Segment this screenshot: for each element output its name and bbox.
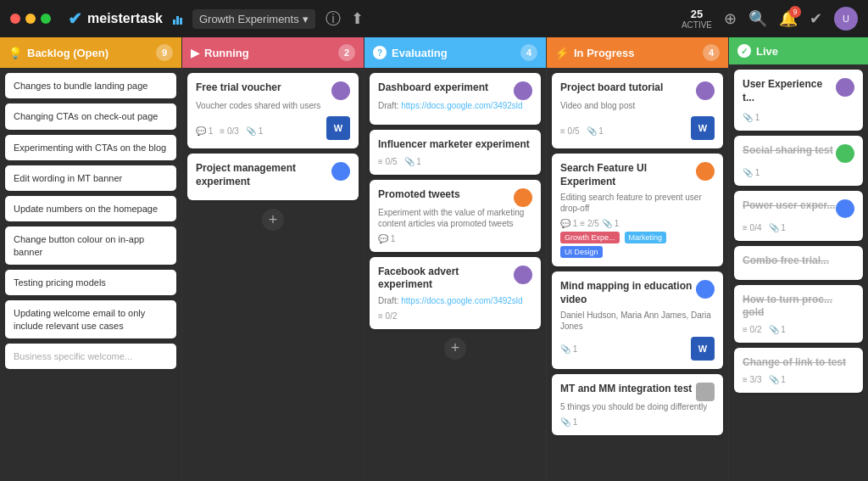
project-selector[interactable]: Growth Experiments ▾ bbox=[192, 9, 315, 29]
clip-icon: 📎 1 bbox=[560, 344, 577, 354]
avatar bbox=[514, 188, 532, 207]
titlebar-right: 25 ACTIVE ⊕ 🔍 🔔 9 ✔ U bbox=[682, 7, 858, 31]
list-item[interactable]: Testing pricing models bbox=[5, 270, 176, 295]
table-row[interactable]: Change of link to test ≡ 3/3 📎 1 bbox=[734, 348, 863, 393]
running-cards: Free trial voucher Voucher codes shared … bbox=[182, 68, 364, 481]
table-row[interactable]: How to turn proc... gold ≡ 0/2 📎 1 bbox=[734, 285, 863, 343]
add-card-button[interactable]: + bbox=[444, 338, 466, 360]
avatar bbox=[331, 162, 350, 181]
column-header-live: ✓ Live bbox=[729, 37, 868, 64]
avatar bbox=[836, 78, 854, 97]
add-card-button[interactable]: + bbox=[262, 209, 284, 231]
tag-uidesign: UI Design bbox=[560, 246, 603, 258]
card-link[interactable]: https://docs.google.com/3492sld bbox=[401, 296, 522, 305]
task-icon: ≡ 0/4 bbox=[743, 223, 762, 232]
evaluating-icon: ? bbox=[373, 46, 387, 59]
running-count: 2 bbox=[338, 44, 355, 61]
table-row[interactable]: Mind mapping in education video Daniel H… bbox=[552, 271, 723, 369]
list-item[interactable]: Experimenting with CTAs on the blog bbox=[5, 135, 176, 160]
clip-icon: 📎 1 bbox=[769, 325, 786, 334]
list-item[interactable]: Edit wording in MT banner bbox=[5, 165, 176, 191]
live-label: Live bbox=[756, 45, 778, 58]
clip-icon: 📎 1 bbox=[587, 126, 604, 136]
add-icon[interactable]: ⊕ bbox=[724, 9, 737, 28]
task-icon: ≡ 0/2 bbox=[378, 311, 398, 321]
logo-text: meistertask bbox=[87, 11, 163, 26]
table-row[interactable]: Promoted tweets Experiment with the valu… bbox=[370, 180, 541, 252]
table-row[interactable]: Combo free trial... bbox=[734, 246, 863, 280]
task-icon: ≡ 0/5 bbox=[560, 126, 580, 136]
evaluating-count: 4 bbox=[520, 44, 537, 61]
column-header-evaluating: ? Evaluating 4 bbox=[364, 37, 546, 68]
card-sub: 5 things you should be doing differently bbox=[560, 401, 715, 412]
list-item[interactable]: Changing CTAs on check-out page bbox=[5, 103, 176, 129]
inprogress-icon: ⚡ bbox=[555, 47, 569, 59]
list-item[interactable]: Update numbers on the homepage bbox=[5, 196, 176, 221]
word-icon: W bbox=[691, 337, 715, 361]
live-cards: User Experience t... 📎 1 Social sharing … bbox=[729, 64, 868, 481]
clip-icon: 📎 1 bbox=[404, 157, 421, 166]
running-label: Running bbox=[204, 47, 249, 59]
column-backlog: 💡 Backlog (Open) 9 Changes to bundle lan… bbox=[0, 37, 182, 481]
board: 💡 Backlog (Open) 9 Changes to bundle lan… bbox=[0, 37, 868, 481]
card-sub: Voucher codes shared with users bbox=[196, 100, 350, 111]
card-link[interactable]: https://docs.google.com/3492sld bbox=[401, 101, 522, 110]
user-avatar[interactable]: U bbox=[834, 7, 858, 31]
table-row[interactable]: Dashboard experiment Draft: https://docs… bbox=[370, 73, 541, 125]
clip-icon: 📎 1 bbox=[769, 223, 786, 232]
column-running: ▶ Running 2 Free trial voucher Voucher c… bbox=[182, 37, 364, 481]
card-title: Search Feature UI Experiment bbox=[560, 162, 696, 188]
card-sub: Video and blog post bbox=[560, 100, 715, 111]
table-row[interactable]: Facebook advert experiment Draft: https:… bbox=[370, 257, 541, 329]
card-title: Mind mapping in education video bbox=[560, 280, 696, 306]
task-icon: ≡ 0/2 bbox=[743, 325, 762, 334]
task-icon: ≡ 0/3 bbox=[220, 126, 239, 136]
share-icon[interactable]: ⬆ bbox=[351, 9, 364, 28]
clip-icon: 📎 1 bbox=[560, 417, 577, 427]
tag-marketing: Marketing bbox=[625, 232, 667, 243]
card-title: Influencer marketer experiment bbox=[378, 138, 532, 152]
list-item[interactable]: Change button colour on in-app banner bbox=[5, 227, 176, 265]
table-row[interactable]: Search Feature UI Experiment Editing sea… bbox=[552, 154, 723, 266]
comment-icon: 💬 1 bbox=[196, 126, 213, 136]
card-title: Change of link to test bbox=[743, 356, 854, 370]
avatar bbox=[696, 81, 715, 100]
inprogress-label: In Progress bbox=[574, 47, 635, 59]
avatar bbox=[696, 383, 715, 401]
table-row[interactable]: Social sharing test 📎 1 bbox=[734, 136, 863, 186]
notification-icon[interactable]: 🔔 9 bbox=[779, 9, 798, 28]
card-title: User Experience t... bbox=[743, 78, 836, 104]
table-row[interactable]: Free trial voucher Voucher codes shared … bbox=[187, 73, 359, 148]
card-sub: Draft: https://docs.google.com/3492sld bbox=[378, 295, 532, 306]
table-row[interactable]: Power user exper... ≡ 0/4 📎 1 bbox=[734, 191, 863, 241]
card-title: How to turn proc... gold bbox=[743, 294, 854, 320]
evaluating-cards: Dashboard experiment Draft: https://docs… bbox=[364, 68, 546, 481]
card-title: Facebook advert experiment bbox=[378, 266, 514, 292]
table-row[interactable]: Project board tutorial Video and blog po… bbox=[552, 73, 723, 148]
search-icon[interactable]: 🔍 bbox=[748, 9, 767, 28]
info-icon[interactable]: ⓘ bbox=[326, 8, 341, 29]
list-item[interactable]: Business specific welcome... bbox=[5, 344, 176, 369]
maximize-button[interactable] bbox=[41, 14, 51, 24]
active-number: 25 bbox=[691, 8, 703, 20]
table-row[interactable]: Project management experiment bbox=[187, 154, 359, 200]
comment-icon: 💬 1 bbox=[378, 234, 395, 243]
task-icon: ≡ 0/5 bbox=[378, 157, 398, 166]
backlog-icon: 💡 bbox=[8, 47, 22, 59]
table-row[interactable]: User Experience t... 📎 1 bbox=[734, 70, 863, 131]
active-label: ACTIVE bbox=[682, 20, 712, 30]
table-row[interactable]: MT and MM integration test 5 things you … bbox=[552, 374, 723, 435]
list-item[interactable]: Updating welcome email to only include r… bbox=[5, 300, 176, 338]
live-icon: ✓ bbox=[737, 44, 751, 58]
tag-growth: Growth Expe... bbox=[560, 232, 620, 243]
check-icon[interactable]: ✔ bbox=[810, 9, 822, 28]
clip-icon: 📎 1 bbox=[602, 219, 619, 228]
list-item[interactable]: Changes to bundle landing page bbox=[5, 73, 176, 98]
word-icon: W bbox=[691, 116, 715, 140]
backlog-label: Backlog (Open) bbox=[27, 47, 108, 59]
card-title: Project board tutorial bbox=[560, 81, 663, 95]
table-row[interactable]: Influencer marketer experiment ≡ 0/5 📎 1 bbox=[370, 130, 541, 175]
card-title: MT and MM integration test bbox=[560, 383, 692, 396]
minimize-button[interactable] bbox=[25, 14, 36, 24]
close-button[interactable] bbox=[10, 14, 20, 24]
